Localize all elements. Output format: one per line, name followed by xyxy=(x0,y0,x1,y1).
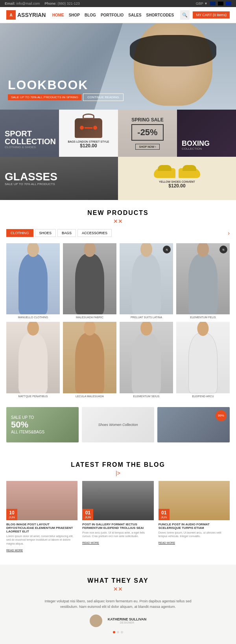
testimonial-reviewer-info: KATHERINE SULLIVAN DESIGNER xyxy=(108,617,147,624)
bag-stripe xyxy=(85,127,92,128)
banner-sale-line2: ALL ITEMS&BAGS xyxy=(11,430,44,434)
testimonial-dot-3[interactable] xyxy=(121,631,123,633)
promo-banner-shoes[interactable]: Shoes Women Collection xyxy=(82,407,154,442)
nav-shop[interactable]: SHOP xyxy=(69,13,80,17)
testimonial-title: WHAT THEY SAY xyxy=(16,577,220,584)
blog-post-3-read-more[interactable]: READ MORE xyxy=(159,541,175,545)
product-8-image xyxy=(176,322,230,393)
product-6-image xyxy=(63,322,116,393)
currency-selector[interactable]: GBP ▼ xyxy=(196,2,208,6)
nav-blog[interactable]: BLOG xyxy=(85,13,96,17)
phone-info: Phone: (880) 321-123 xyxy=(44,2,80,6)
new-products-section: NEW PRODUCTS ✕✕ CLOTHING SHOES BAGS ACCE… xyxy=(0,200,236,407)
new-products-divider: ✕✕ xyxy=(6,218,230,224)
spring-shop-button[interactable]: SHOP NOW › xyxy=(135,144,159,150)
logo[interactable]: A ASSYRIAN xyxy=(6,10,46,20)
bag-price: $120.00 xyxy=(80,143,97,149)
promo-glasses[interactable]: GLASSES SALE UP TO 70% ALL PRODUCTS xyxy=(0,157,118,200)
hero-cta-button[interactable]: CONTINUE READING xyxy=(83,94,123,101)
bag-icon xyxy=(75,118,102,138)
product-2-image xyxy=(63,243,116,314)
blog-section-title: LATEST FROM THE BLOG xyxy=(6,461,230,468)
product-1-name: MANUELLO CLOTHING xyxy=(6,316,60,319)
promo-shoes[interactable]: YELLOW SHOES CONVENT $120.00 xyxy=(118,157,236,200)
hero-section: LOOKBOOK SALE UP TO 70% ALL PRODUCTS IN … xyxy=(0,23,236,110)
spring-overlay: SPRING SALE -25% SHOP NOW › xyxy=(131,117,163,150)
blog-post-2-title: POST IN GALLERY FORMAT IECTUS FERMENTUM … xyxy=(82,523,153,530)
blog-post-2-content: POST IN GALLERY FORMAT IECTUS FERMENTUM … xyxy=(82,520,153,548)
product-3[interactable]: N PRELUAT SUITS LATINA xyxy=(120,243,173,319)
banner-sale-line1: SALE UP TO xyxy=(11,415,44,420)
blog-section: LATEST FROM THE BLOG |> 10 JUN BLOG IMAG… xyxy=(0,452,236,565)
main-nav: HOME SHOP BLOG PORTFOLIO SALES SHORTCODE… xyxy=(52,13,174,17)
testimonial-dot-1[interactable] xyxy=(113,631,115,633)
blog-post-3-content: FUNCLE POST IN AUDIO FORMAT SCELERISQUE … xyxy=(159,520,230,548)
shoe-name: YELLOW SHOES CONVENT xyxy=(159,180,195,183)
blog-post-2-read-more[interactable]: READ MORE xyxy=(82,541,99,545)
product-8-name: ELEIFEND ARCU xyxy=(176,395,230,398)
product-1[interactable]: MANUELLO CLOTHING xyxy=(6,243,60,319)
blog-divider: |> xyxy=(6,470,230,476)
tab-accessories[interactable]: ACCESSORIES xyxy=(77,229,112,237)
glasses-subtitle: SALE UP TO 70% ALL PRODUCTS xyxy=(5,182,113,186)
product-5[interactable]: MATTQUE PENATIBUS xyxy=(6,322,60,397)
person-2 xyxy=(63,243,116,314)
banner-sale-percent: 50% xyxy=(11,420,44,430)
testimonial-dot-2[interactable] xyxy=(117,631,119,633)
promo-sport[interactable]: SPORT COLLECTION CLOTHING & SHOES xyxy=(0,110,59,157)
banner-shoes-text: Shoes Women Collection xyxy=(87,423,149,427)
blog-post-2: 01 JUN POST IN GALLERY FORMAT IECTUS FER… xyxy=(82,481,153,555)
blog-post-3-title: FUNCLE POST IN AUDIO FORMAT SCELERISQUE … xyxy=(159,523,230,530)
promo-boxing[interactable]: BOXING COLLECTION xyxy=(177,110,236,157)
flag-de[interactable] xyxy=(218,2,223,6)
sport-subtitle: CLOTHING & SHOES xyxy=(5,145,54,149)
product-6[interactable]: LECULA MALESUADA xyxy=(63,322,116,397)
nav-portfolio[interactable]: PORTFOLIO xyxy=(101,13,124,17)
blog-grid: 10 JUN BLOG IMAGE POST LAYOUT DRYOSTICUL… xyxy=(6,481,230,555)
promo-banner-woman[interactable]: 30% xyxy=(157,407,230,442)
top-bar: Email: info@mail.com Phone: (880) 321-12… xyxy=(0,0,236,7)
hero-subtitle: SALE UP TO 70% ALL PRODUCTS IN SPRING xyxy=(8,94,81,100)
hero-title: LOOKBOOK xyxy=(8,79,124,91)
product-4[interactable]: N ELEMENTUM FELIS xyxy=(176,243,230,319)
tab-shoes[interactable]: SHOES xyxy=(35,229,56,237)
new-products-title: NEW PRODUCTS xyxy=(6,209,230,217)
promo-spring[interactable]: SPRING SALE -25% SHOP NOW › xyxy=(118,110,177,157)
blog-post-1-date: 10 JUN xyxy=(6,509,17,520)
tab-clothing[interactable]: CLOTHING xyxy=(6,229,33,237)
sport-title2: COLLECTION xyxy=(5,138,54,145)
nav-home[interactable]: HOME xyxy=(52,13,64,17)
flag-uk[interactable] xyxy=(210,2,216,6)
product-6-name: LECULA MALESUADA xyxy=(63,395,116,398)
bag-handle xyxy=(83,114,94,119)
tab-next-arrow[interactable]: › xyxy=(228,230,230,236)
cart-button[interactable]: MY CART (0 items) xyxy=(193,11,230,18)
blog-post-1: 10 JUN BLOG IMAGE POST LAYOUT DRYOSTICUL… xyxy=(6,481,77,555)
logo-icon: A xyxy=(6,10,16,20)
flag-fr[interactable] xyxy=(226,2,231,6)
spring-title: SPRING SALE xyxy=(131,117,163,123)
product-7[interactable]: ELEMENTUM SEIUS xyxy=(120,322,173,397)
testimonial-dots xyxy=(16,631,220,633)
tab-bags[interactable]: BAGS xyxy=(57,229,76,237)
blog-post-1-read-more[interactable]: READ MORE xyxy=(6,549,23,552)
banner-woman-badge: 30% xyxy=(216,410,227,421)
person-7 xyxy=(120,322,173,393)
testimonial-reviewer: KATHERINE SULLIVAN DESIGNER xyxy=(16,615,220,627)
promo-banner-sale[interactable]: SALE UP TO 50% ALL ITEMS&BAGS xyxy=(6,407,79,442)
blog-post-3-date: 01 JUN xyxy=(159,509,170,520)
search-button[interactable]: 🔍 xyxy=(180,10,190,20)
testimonial-section: WHAT THEY SAY ✕✕ Integer volutpat nisi l… xyxy=(0,565,236,644)
nav-shortcodes[interactable]: SHORTCODES xyxy=(146,13,174,17)
nav-sales[interactable]: SALES xyxy=(128,13,141,17)
promo-banners: SALE UP TO 50% ALL ITEMS&BAGS Shoes Wome… xyxy=(0,407,236,452)
promo-bag[interactable]: BAGS LONDON STREET STYLE $120.00 xyxy=(59,110,118,157)
product-4-badge: N xyxy=(219,246,227,253)
product-2[interactable]: MALESUADA FABRIC xyxy=(63,243,116,319)
products-grid: MANUELLO CLOTHING MALESUADA FABRIC N xyxy=(6,243,230,398)
blog-post-1-title: BLOG IMAGE POST LAYOUT DRYOSTICULIDAE EL… xyxy=(6,523,77,533)
hero-content: LOOKBOOK SALE UP TO 70% ALL PRODUCTS IN … xyxy=(8,79,124,102)
spring-percent: -25% xyxy=(136,127,159,138)
product-4-image: N xyxy=(176,243,230,314)
product-8[interactable]: ELEIFEND ARCU xyxy=(176,322,230,397)
